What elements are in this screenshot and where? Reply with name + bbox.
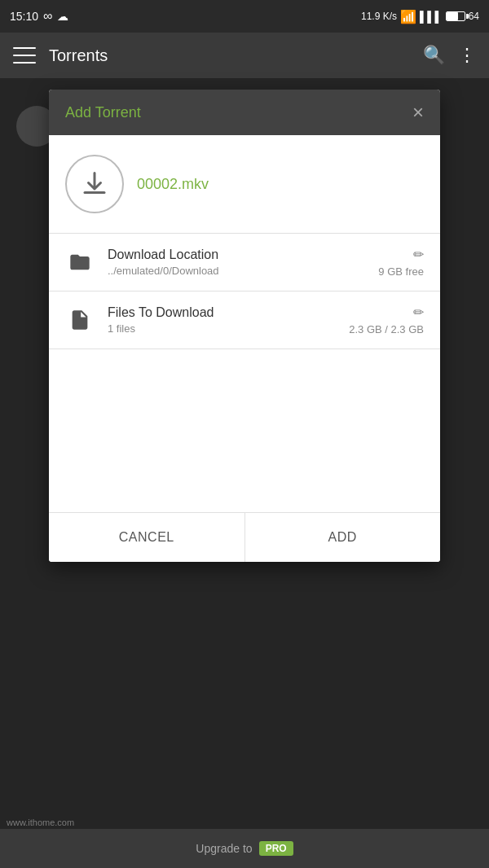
dialog-actions: CANCEL ADD <box>49 512 440 562</box>
dialog-body: 00002.mkv Download Location ../emulated/… <box>49 135 440 562</box>
cloud-icon: ☁ <box>57 10 68 23</box>
status-bar: 15:10 ∞ ☁ 11.9 K/s 📶 ▌▌▌ 64 <box>0 0 489 33</box>
add-torrent-dialog: Add Torrent × 00002.mkv Download Loc <box>49 90 440 562</box>
bottom-bar: Upgrade to PRO <box>0 829 489 868</box>
files-to-download-meta: ✏ 2.3 GB / 2.3 GB <box>349 305 424 335</box>
app-title: Torrents <box>49 46 423 65</box>
menu-icon[interactable] <box>13 47 36 64</box>
download-icon-circle <box>65 155 124 213</box>
download-location-row[interactable]: Download Location ../emulated/0/Download… <box>65 234 424 291</box>
edit-location-icon[interactable]: ✏ <box>413 247 424 262</box>
download-location-content: Download Location ../emulated/0/Download <box>108 248 365 277</box>
dialog-close-button[interactable]: × <box>412 103 424 122</box>
battery-level: 64 <box>469 11 479 22</box>
download-location-meta: ✏ 9 GB free <box>378 247 424 278</box>
download-icon <box>80 169 109 199</box>
files-to-download-row[interactable]: Files To Download 1 files ✏ 2.3 GB / 2.3… <box>65 292 424 349</box>
app-bar-icons: 🔍 ⋮ <box>423 45 476 66</box>
files-to-download-size: 2.3 GB / 2.3 GB <box>349 323 424 335</box>
wifi-icon: 📶 <box>400 9 416 24</box>
upgrade-text: Upgrade to <box>196 842 252 855</box>
file-icon <box>65 309 95 331</box>
status-left: 15:10 ∞ ☁ <box>10 9 68 24</box>
torrent-info-row: 00002.mkv <box>65 155 424 213</box>
network-speed: 11.9 K/s <box>361 11 397 22</box>
status-right: 11.9 K/s 📶 ▌▌▌ 64 <box>361 9 479 24</box>
torrent-filename: 00002.mkv <box>137 176 209 193</box>
infinity-icon: ∞ <box>43 9 52 24</box>
pro-badge[interactable]: PRO <box>259 841 293 856</box>
download-location-title: Download Location <box>108 248 365 262</box>
watermark: www.ithome.com <box>7 818 74 827</box>
edit-files-icon[interactable]: ✏ <box>413 305 424 320</box>
signal-icon: ▌▌▌ <box>420 11 443 23</box>
app-bar: Torrents 🔍 ⋮ <box>0 33 489 78</box>
search-button[interactable]: 🔍 <box>423 45 445 66</box>
files-to-download-count: 1 files <box>108 322 336 335</box>
dialog-header: Add Torrent × <box>49 90 440 135</box>
battery-icon <box>446 11 465 21</box>
watermark-text: www.ithome.com <box>7 818 74 827</box>
add-button[interactable]: ADD <box>245 513 441 562</box>
folder-icon <box>65 251 95 274</box>
files-to-download-title: Files To Download <box>108 305 336 320</box>
dialog-title: Add Torrent <box>65 104 141 121</box>
download-location-free: 9 GB free <box>378 265 424 278</box>
status-time: 15:10 <box>10 10 38 23</box>
more-options-button[interactable]: ⋮ <box>458 45 476 66</box>
dialog-spacer <box>65 349 424 512</box>
download-location-path: ../emulated/0/Download <box>108 265 365 277</box>
cancel-button[interactable]: CANCEL <box>49 513 245 562</box>
files-to-download-content: Files To Download 1 files <box>108 305 336 335</box>
